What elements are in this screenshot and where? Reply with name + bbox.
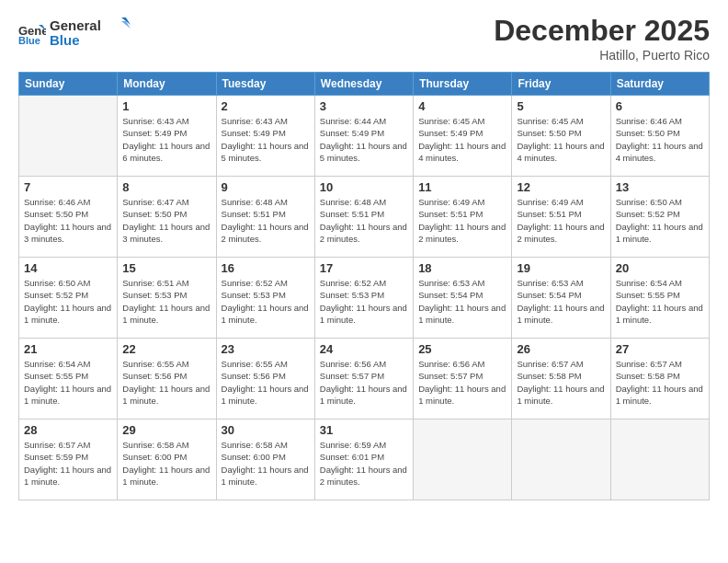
calendar-cell: 6Sunrise: 6:46 AM Sunset: 5:50 PM Daylig… (610, 96, 709, 177)
header: General Blue General Blue December 2025 … (18, 14, 710, 63)
calendar-cell: 2Sunrise: 6:43 AM Sunset: 5:49 PM Daylig… (216, 96, 314, 177)
day-info: Sunrise: 6:45 AM Sunset: 5:50 PM Dayligh… (517, 115, 605, 164)
day-number: 7 (24, 180, 112, 194)
calendar-cell: 10Sunrise: 6:48 AM Sunset: 5:51 PM Dayli… (314, 177, 413, 258)
week-row-2: 7Sunrise: 6:46 AM Sunset: 5:50 PM Daylig… (19, 177, 710, 258)
day-number: 6 (616, 99, 704, 113)
day-info: Sunrise: 6:58 AM Sunset: 6:00 PM Dayligh… (122, 439, 210, 488)
day-number: 20 (616, 261, 704, 275)
day-info: Sunrise: 6:55 AM Sunset: 5:56 PM Dayligh… (222, 358, 310, 407)
day-info: Sunrise: 6:45 AM Sunset: 5:49 PM Dayligh… (418, 115, 506, 164)
header-saturday: Saturday (610, 73, 709, 96)
calendar-cell: 1Sunrise: 6:43 AM Sunset: 5:49 PM Daylig… (118, 96, 216, 177)
generalblue-logo: General Blue (50, 14, 132, 51)
calendar-cell: 17Sunrise: 6:52 AM Sunset: 5:53 PM Dayli… (314, 258, 413, 339)
calendar-cell: 16Sunrise: 6:52 AM Sunset: 5:53 PM Dayli… (216, 258, 314, 339)
calendar-cell: 18Sunrise: 6:53 AM Sunset: 5:54 PM Dayli… (414, 258, 512, 339)
day-number: 18 (418, 261, 506, 275)
day-number: 3 (320, 99, 408, 113)
header-monday: Monday (118, 73, 216, 96)
calendar-cell: 13Sunrise: 6:50 AM Sunset: 5:52 PM Dayli… (610, 177, 709, 258)
day-info: Sunrise: 6:46 AM Sunset: 5:50 PM Dayligh… (616, 115, 704, 164)
day-number: 5 (517, 99, 605, 113)
svg-text:General: General (50, 17, 101, 33)
day-info: Sunrise: 6:44 AM Sunset: 5:49 PM Dayligh… (320, 115, 408, 164)
day-info: Sunrise: 6:58 AM Sunset: 6:00 PM Dayligh… (222, 439, 310, 488)
month-title: December 2025 (494, 14, 710, 48)
day-info: Sunrise: 6:54 AM Sunset: 5:55 PM Dayligh… (616, 277, 704, 326)
calendar-cell: 5Sunrise: 6:45 AM Sunset: 5:50 PM Daylig… (512, 96, 610, 177)
day-info: Sunrise: 6:54 AM Sunset: 5:55 PM Dayligh… (24, 358, 112, 407)
day-number: 13 (616, 180, 704, 194)
day-number: 9 (222, 180, 310, 194)
calendar-cell: 27Sunrise: 6:57 AM Sunset: 5:58 PM Dayli… (610, 339, 709, 419)
calendar-cell (610, 419, 709, 500)
day-number: 28 (24, 423, 112, 437)
day-number: 16 (222, 261, 310, 275)
calendar-cell: 7Sunrise: 6:46 AM Sunset: 5:50 PM Daylig… (19, 177, 118, 258)
week-row-5: 28Sunrise: 6:57 AM Sunset: 5:59 PM Dayli… (19, 419, 710, 500)
week-row-3: 14Sunrise: 6:50 AM Sunset: 5:52 PM Dayli… (19, 258, 710, 339)
location: Hatillo, Puerto Rico (494, 48, 710, 63)
day-info: Sunrise: 6:55 AM Sunset: 5:56 PM Dayligh… (122, 358, 210, 407)
day-info: Sunrise: 6:48 AM Sunset: 5:51 PM Dayligh… (320, 196, 408, 245)
day-info: Sunrise: 6:57 AM Sunset: 5:58 PM Dayligh… (616, 358, 704, 407)
day-number: 19 (517, 261, 605, 275)
day-info: Sunrise: 6:43 AM Sunset: 5:49 PM Dayligh… (222, 115, 310, 164)
day-info: Sunrise: 6:53 AM Sunset: 5:54 PM Dayligh… (418, 277, 506, 326)
day-number: 27 (616, 342, 704, 356)
calendar-cell: 4Sunrise: 6:45 AM Sunset: 5:49 PM Daylig… (414, 96, 512, 177)
logo: General Blue General Blue (18, 14, 132, 54)
day-number: 26 (517, 342, 605, 356)
calendar-cell: 15Sunrise: 6:51 AM Sunset: 5:53 PM Dayli… (118, 258, 216, 339)
calendar-cell: 3Sunrise: 6:44 AM Sunset: 5:49 PM Daylig… (314, 96, 413, 177)
calendar-table: Sunday Monday Tuesday Wednesday Thursday… (18, 72, 710, 500)
calendar-cell (414, 419, 512, 500)
day-info: Sunrise: 6:52 AM Sunset: 5:53 PM Dayligh… (320, 277, 408, 326)
header-friday: Friday (512, 73, 610, 96)
header-thursday: Thursday (414, 73, 512, 96)
day-number: 12 (517, 180, 605, 194)
header-sunday: Sunday (19, 73, 118, 96)
day-number: 8 (122, 180, 210, 194)
day-number: 2 (222, 99, 310, 113)
calendar-cell: 21Sunrise: 6:54 AM Sunset: 5:55 PM Dayli… (19, 339, 118, 419)
calendar-cell: 24Sunrise: 6:56 AM Sunset: 5:57 PM Dayli… (314, 339, 413, 419)
day-number: 30 (222, 423, 310, 437)
header-tuesday: Tuesday (216, 73, 314, 96)
day-info: Sunrise: 6:57 AM Sunset: 5:59 PM Dayligh… (24, 439, 112, 488)
week-row-1: 1Sunrise: 6:43 AM Sunset: 5:49 PM Daylig… (19, 96, 710, 177)
calendar-cell: 30Sunrise: 6:58 AM Sunset: 6:00 PM Dayli… (216, 419, 314, 500)
day-info: Sunrise: 6:47 AM Sunset: 5:50 PM Dayligh… (122, 196, 210, 245)
calendar-cell: 11Sunrise: 6:49 AM Sunset: 5:51 PM Dayli… (414, 177, 512, 258)
calendar-cell: 29Sunrise: 6:58 AM Sunset: 6:00 PM Dayli… (118, 419, 216, 500)
calendar-cell: 22Sunrise: 6:55 AM Sunset: 5:56 PM Dayli… (118, 339, 216, 419)
day-number: 23 (222, 342, 310, 356)
calendar-cell (19, 96, 118, 177)
day-number: 15 (122, 261, 210, 275)
calendar-cell: 31Sunrise: 6:59 AM Sunset: 6:01 PM Dayli… (314, 419, 413, 500)
header-wednesday: Wednesday (314, 73, 413, 96)
day-number: 25 (418, 342, 506, 356)
weekday-header-row: Sunday Monday Tuesday Wednesday Thursday… (19, 73, 710, 96)
day-info: Sunrise: 6:59 AM Sunset: 6:01 PM Dayligh… (320, 439, 408, 488)
day-info: Sunrise: 6:43 AM Sunset: 5:49 PM Dayligh… (122, 115, 210, 164)
logo-icon: General Blue (18, 23, 46, 45)
day-info: Sunrise: 6:56 AM Sunset: 5:57 PM Dayligh… (320, 358, 408, 407)
day-info: Sunrise: 6:49 AM Sunset: 5:51 PM Dayligh… (418, 196, 506, 245)
day-info: Sunrise: 6:50 AM Sunset: 5:52 PM Dayligh… (24, 277, 112, 326)
day-info: Sunrise: 6:49 AM Sunset: 5:51 PM Dayligh… (517, 196, 605, 245)
day-number: 14 (24, 261, 112, 275)
day-number: 1 (122, 99, 210, 113)
svg-marker-6 (121, 21, 131, 29)
day-info: Sunrise: 6:53 AM Sunset: 5:54 PM Dayligh… (517, 277, 605, 326)
calendar-cell: 19Sunrise: 6:53 AM Sunset: 5:54 PM Dayli… (512, 258, 610, 339)
calendar-page: General Blue General Blue December 2025 … (0, 0, 728, 563)
calendar-cell: 9Sunrise: 6:48 AM Sunset: 5:51 PM Daylig… (216, 177, 314, 258)
week-row-4: 21Sunrise: 6:54 AM Sunset: 5:55 PM Dayli… (19, 339, 710, 419)
calendar-cell (512, 419, 610, 500)
day-info: Sunrise: 6:48 AM Sunset: 5:51 PM Dayligh… (222, 196, 310, 245)
day-info: Sunrise: 6:50 AM Sunset: 5:52 PM Dayligh… (616, 196, 704, 245)
day-number: 24 (320, 342, 408, 356)
day-info: Sunrise: 6:46 AM Sunset: 5:50 PM Dayligh… (24, 196, 112, 245)
